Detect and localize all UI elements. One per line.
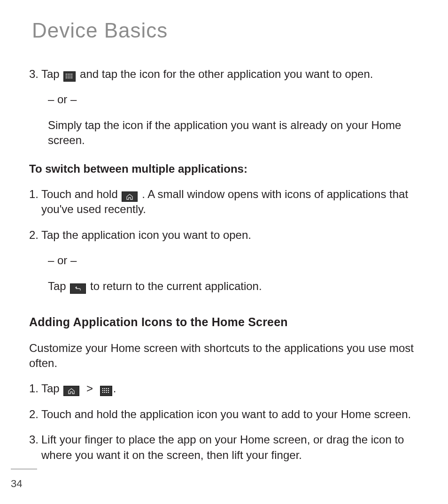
svg-rect-5 bbox=[68, 76, 69, 76]
text-fragment: Tap bbox=[41, 68, 62, 80]
svg-rect-21 bbox=[104, 392, 105, 393]
step-number: 3. bbox=[29, 432, 41, 463]
switch-step-2: 2. Tap the application icon you want to … bbox=[29, 228, 420, 243]
add-step-1: 1. Tap > . bbox=[29, 381, 420, 396]
or-divider: – or – bbox=[29, 253, 420, 268]
svg-rect-8 bbox=[66, 77, 67, 78]
svg-rect-12 bbox=[102, 388, 103, 389]
text-fragment: and tap the icon for the other applicati… bbox=[80, 68, 373, 80]
page-title: Device Basics bbox=[32, 19, 420, 42]
svg-rect-10 bbox=[70, 77, 70, 78]
home-icon bbox=[122, 191, 138, 202]
add-heading: Adding Application Icons to the Home Scr… bbox=[29, 314, 420, 330]
footer-rule bbox=[11, 469, 37, 469]
text-fragment: Tap bbox=[48, 280, 69, 292]
svg-rect-3 bbox=[71, 74, 72, 75]
svg-rect-4 bbox=[66, 76, 67, 76]
add-intro: Customize your Home screen with shortcut… bbox=[29, 341, 420, 371]
svg-rect-16 bbox=[102, 390, 103, 391]
text-fragment: Tap bbox=[41, 382, 62, 395]
switch-step-2-alt: Tap to return to the current application… bbox=[29, 279, 420, 294]
switch-heading: To switch between multiple applications: bbox=[29, 161, 420, 176]
svg-rect-1 bbox=[68, 74, 69, 75]
svg-rect-7 bbox=[71, 76, 72, 76]
step-number: 2. bbox=[29, 228, 41, 243]
svg-rect-18 bbox=[106, 390, 107, 391]
home-icon bbox=[63, 386, 79, 396]
svg-rect-22 bbox=[106, 392, 107, 393]
back-icon bbox=[70, 283, 86, 294]
text-fragment: to return to the current application. bbox=[90, 280, 262, 292]
svg-rect-13 bbox=[104, 388, 105, 389]
svg-rect-0 bbox=[66, 74, 67, 75]
step-text: Tap the application icon you want to ope… bbox=[41, 228, 420, 243]
step-text: Touch and hold . A small window opens wi… bbox=[41, 187, 420, 217]
svg-rect-11 bbox=[71, 77, 72, 78]
svg-rect-9 bbox=[68, 77, 69, 78]
step-number: 3. bbox=[29, 67, 41, 82]
step-number: 2. bbox=[29, 407, 41, 422]
or-divider: – or – bbox=[29, 92, 420, 107]
step-text: Touch and hold the application icon you … bbox=[41, 407, 420, 422]
svg-rect-23 bbox=[108, 392, 109, 393]
manual-page: Device Basics 3. Tap and tap the icon fo… bbox=[0, 0, 448, 504]
step-number: 1. bbox=[29, 381, 41, 396]
apps-grid-icon bbox=[100, 386, 112, 396]
svg-rect-19 bbox=[108, 390, 109, 391]
page-content: 3. Tap and tap the icon for the other ap… bbox=[29, 67, 420, 463]
svg-rect-17 bbox=[104, 390, 105, 391]
step-number: 1. bbox=[29, 187, 41, 217]
step-3: 3. Tap and tap the icon for the other ap… bbox=[29, 67, 420, 82]
switch-step-1: 1. Touch and hold . A small window opens… bbox=[29, 187, 420, 217]
step-text: Tap > . bbox=[41, 381, 420, 396]
add-step-2: 2. Touch and hold the application icon y… bbox=[29, 407, 420, 422]
text-fragment: Touch and hold bbox=[41, 188, 121, 200]
add-step-3: 3. Lift your finger to place the app on … bbox=[29, 432, 420, 463]
svg-rect-20 bbox=[102, 392, 103, 393]
text-fragment: . bbox=[113, 382, 116, 395]
step-text: Tap and tap the icon for the other appli… bbox=[41, 67, 420, 82]
svg-rect-6 bbox=[70, 76, 70, 76]
svg-rect-2 bbox=[70, 74, 70, 75]
step-text: Lift your finger to place the app on you… bbox=[41, 432, 420, 463]
svg-rect-14 bbox=[106, 388, 107, 389]
apps-grid-icon bbox=[63, 71, 76, 82]
page-number: 34 bbox=[11, 478, 22, 490]
path-separator: > bbox=[86, 382, 93, 395]
step-3-alt: Simply tap the icon if the application y… bbox=[29, 118, 420, 148]
svg-rect-15 bbox=[108, 388, 109, 389]
